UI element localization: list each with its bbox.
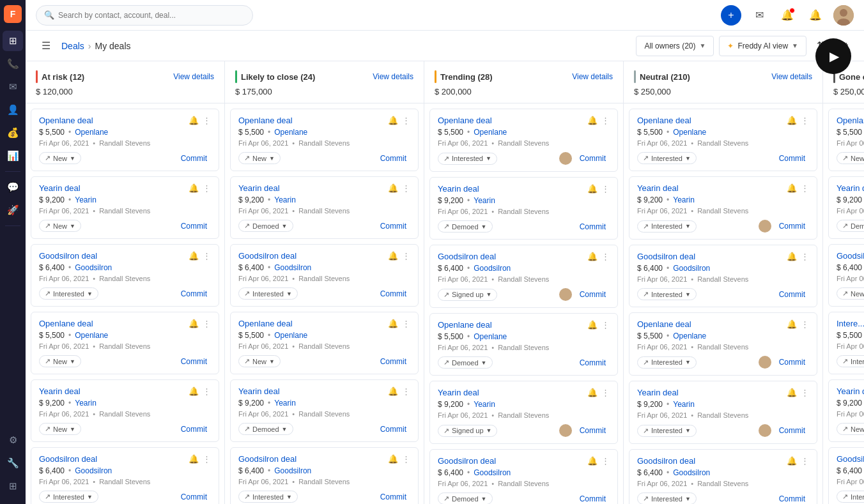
deal-name[interactable]: Yearin deal: [238, 183, 280, 193]
deal-card[interactable]: Yearin deal 🔔 ⋮ $ 9,200 • Yearin Fri Apr…: [31, 176, 219, 239]
deal-name[interactable]: Yearin deal: [238, 386, 280, 396]
deal-more-icon[interactable]: ⋮: [601, 388, 610, 397]
view-details-at-risk[interactable]: View details: [173, 72, 214, 81]
deal-alert-icon[interactable]: 🔔: [388, 251, 398, 261]
deal-more-icon[interactable]: ⋮: [203, 319, 211, 328]
deal-more-icon[interactable]: ⋮: [203, 251, 211, 261]
deal-alert-icon[interactable]: 🔔: [587, 456, 598, 466]
deal-stage-selector[interactable]: ↗ New ▼: [39, 355, 81, 367]
deal-company[interactable]: Yearin: [274, 195, 296, 204]
deal-name[interactable]: Goodsilron deal: [438, 252, 496, 261]
deal-company[interactable]: Openlane: [673, 128, 706, 137]
commit-button[interactable]: Commit: [177, 288, 211, 300]
deal-company[interactable]: Yearin: [474, 400, 495, 409]
deal-more-icon[interactable]: ⋮: [203, 454, 211, 464]
deal-more-icon[interactable]: ⋮: [801, 456, 809, 466]
deal-card[interactable]: Openlane 🔔 ⋮ $ 5,500 • Openlane Fri Apr …: [828, 109, 864, 171]
commit-button[interactable]: Commit: [576, 289, 610, 300]
deal-company[interactable]: Openlane: [474, 128, 507, 137]
deal-card[interactable]: Goodsilron deal 🔔 ⋮ $ 6,400 • Goodsilron…: [629, 245, 817, 307]
deal-stage-selector[interactable]: ↗ Demoed ▼: [438, 493, 493, 504]
deal-company[interactable]: Openlane: [673, 332, 706, 340]
deal-name[interactable]: Goodsilron deal: [438, 456, 496, 466]
deal-more-icon[interactable]: ⋮: [402, 319, 410, 328]
deal-card[interactable]: Yearin de... 🔔 ⋮ $ 9,200 • Yearin Fri Ap…: [828, 176, 864, 239]
deal-alert-icon[interactable]: 🔔: [189, 116, 199, 125]
commit-button[interactable]: Commit: [177, 356, 211, 367]
deal-card[interactable]: Openlane deal 🔔 ⋮ $ 5,500 • Openlane Fri…: [230, 312, 419, 374]
deal-alert-icon[interactable]: 🔔: [388, 183, 398, 193]
deal-more-icon[interactable]: ⋮: [601, 184, 610, 194]
deal-card[interactable]: Openlane deal 🔔 ⋮ $ 5,500 • Openlane Fri…: [429, 109, 618, 172]
commit-button[interactable]: Commit: [576, 425, 610, 436]
deal-name[interactable]: Goodsilron deal: [238, 454, 297, 464]
deal-stage-selector[interactable]: ↗ Demoed ▼: [438, 356, 493, 369]
deal-card[interactable]: Goodsilron deal 🔔 ⋮ $ 6,400 • Goodsilron…: [629, 449, 817, 504]
deal-alert-icon[interactable]: 🔔: [587, 320, 598, 330]
deal-name[interactable]: Openlane deal: [438, 320, 492, 330]
deal-alert-icon[interactable]: 🔔: [587, 252, 598, 261]
deal-card[interactable]: Yearin deal 🔔 ⋮ $ 9,200 • Yearin Fri Apr…: [31, 379, 219, 442]
deal-stage-selector[interactable]: ↗ Interested ▼: [637, 356, 697, 369]
deal-name[interactable]: Yearin deal: [438, 184, 479, 194]
owner-filter[interactable]: All owners (20) ▼: [636, 36, 714, 56]
deal-name[interactable]: Openlane deal: [438, 116, 492, 125]
deal-alert-icon[interactable]: 🔔: [587, 184, 598, 194]
deal-stage-selector[interactable]: ↗ Interested ▼: [438, 153, 497, 165]
deal-name[interactable]: Openlane deal: [238, 319, 293, 328]
add-button[interactable]: +: [721, 5, 741, 26]
deal-card[interactable]: Openlane deal 🔔 ⋮ $ 5,500 • Openlane Fri…: [230, 109, 419, 171]
deal-alert-icon[interactable]: 🔔: [189, 183, 199, 193]
deal-alert-icon[interactable]: 🔔: [189, 454, 199, 464]
email-icon-button[interactable]: ✉: [749, 5, 769, 26]
sidebar-icon-phone[interactable]: 📞: [3, 54, 23, 74]
deal-stage-selector[interactable]: ↗ Interested ▼: [637, 493, 697, 504]
commit-button[interactable]: Commit: [576, 357, 610, 369]
deal-alert-icon[interactable]: 🔔: [787, 388, 797, 397]
user-avatar[interactable]: [833, 5, 854, 26]
deal-name[interactable]: Goodsilron deal: [637, 456, 695, 466]
deal-card[interactable]: Yearin deal 🔔 ⋮ $ 9,200 • Yearin Fri Apr…: [429, 381, 618, 444]
deal-company[interactable]: Openlane: [474, 332, 507, 341]
deal-name[interactable]: Openlane: [837, 116, 864, 125]
deal-stage-selector[interactable]: ↗ Signed up ▼: [438, 289, 497, 301]
deal-name[interactable]: Goodsilron deal: [39, 251, 97, 261]
deal-more-icon[interactable]: ⋮: [402, 386, 410, 396]
deal-name[interactable]: Openlane deal: [637, 319, 691, 329]
deal-card[interactable]: Intere... 🔔 ⋮ $ 5,500 • Openlane Fri Apr…: [828, 312, 864, 374]
menu-icon[interactable]: ☰: [36, 36, 56, 56]
deal-stage-selector[interactable]: ↗ Demoed ▼: [238, 220, 293, 232]
deal-card[interactable]: Yearin deal 🔔 ⋮ $ 9,200 • Yearin Fri Apr…: [230, 176, 419, 239]
deal-stage-selector[interactable]: ↗ Demo... ▼: [837, 220, 864, 232]
deal-company[interactable]: Goodsilron: [75, 466, 112, 475]
deal-more-icon[interactable]: ⋮: [801, 116, 809, 125]
deal-more-icon[interactable]: ⋮: [402, 183, 410, 193]
commit-button[interactable]: Commit: [177, 424, 211, 435]
deal-more-icon[interactable]: ⋮: [402, 454, 410, 464]
deal-company[interactable]: Goodsilron: [474, 264, 511, 273]
sidebar-icon-chat[interactable]: 💬: [3, 177, 23, 197]
deal-card[interactable]: Openlane deal 🔔 ⋮ $ 5,500 • Openlane Fri…: [629, 109, 817, 171]
commit-button[interactable]: Commit: [376, 288, 410, 300]
deal-name[interactable]: Openlane deal: [39, 116, 93, 125]
deal-stage-selector[interactable]: ↗ New ▼: [837, 423, 864, 435]
search-input[interactable]: [58, 11, 245, 20]
commit-button[interactable]: Commit: [576, 221, 610, 233]
deal-alert-icon[interactable]: 🔔: [787, 183, 797, 193]
commit-button[interactable]: Commit: [376, 356, 410, 367]
sidebar-icon-contacts[interactable]: 👤: [3, 100, 23, 120]
deal-stage-selector[interactable]: ↗ Interested ▼: [637, 288, 697, 300]
commit-button[interactable]: Commit: [177, 153, 211, 164]
deal-more-icon[interactable]: ⋮: [601, 252, 610, 261]
deal-card[interactable]: Openlane deal 🔔 ⋮ $ 5,500 • Openlane Fri…: [31, 312, 219, 374]
sidebar-icon-reports[interactable]: 📊: [3, 146, 23, 166]
deal-name[interactable]: Goodsilron deal: [637, 252, 695, 261]
deal-card[interactable]: Yearin deal 🔔 ⋮ $ 9,200 • Yearin Fri Apr…: [629, 176, 817, 240]
deal-company[interactable]: Yearin: [274, 399, 296, 408]
commit-button[interactable]: Commit: [775, 153, 809, 164]
deal-stage-selector[interactable]: ↗ Interested ▼: [39, 491, 98, 503]
app-logo[interactable]: F: [4, 5, 22, 23]
deal-card[interactable]: Yearin deal 🔔 ⋮ $ 9,200 • Yearin Fri Apr…: [629, 381, 817, 444]
deal-company[interactable]: Goodsilron: [274, 466, 311, 475]
view-details-likely-to-close[interactable]: View details: [373, 72, 413, 81]
